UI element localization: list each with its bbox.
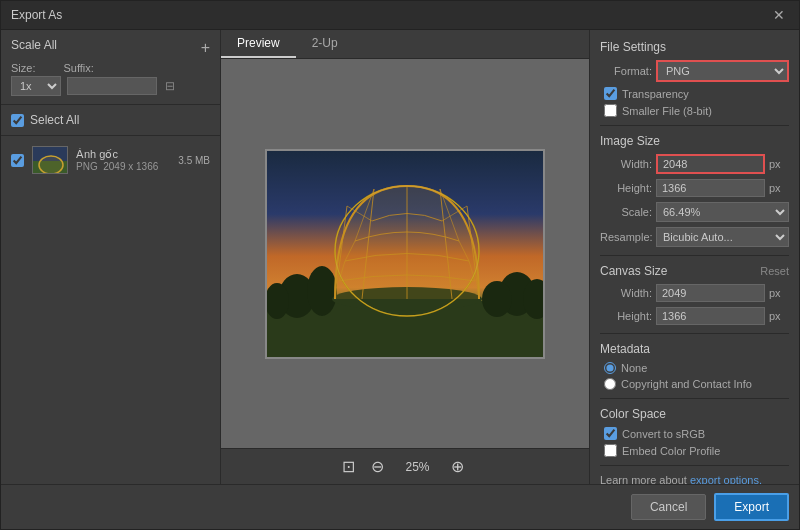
reset-button[interactable]: Reset [760, 265, 789, 277]
height-input[interactable] [656, 179, 765, 197]
scale-row: Scale: 66.49% 100% 50% [600, 202, 789, 222]
metadata-title: Metadata [600, 342, 789, 356]
select-all-label[interactable]: Select All [30, 113, 79, 127]
scale-select[interactable]: 66.49% 100% 50% [656, 202, 789, 222]
smaller-file-row: Smaller File (8-bit) [600, 104, 789, 117]
main-content: Scale All + Size: Suffix: 1x 2x 3x ⊟ [1, 30, 799, 484]
format-label: Format: [600, 65, 652, 77]
transparency-label[interactable]: Transparency [622, 88, 689, 100]
zoom-bar: ⊡ ⊖ 25% ⊕ [221, 448, 589, 484]
list-item[interactable]: Ảnh gốc PNG 2049 x 1366 3.5 MB [1, 140, 220, 180]
scale-section: Scale All + Size: Suffix: 1x 2x 3x ⊟ [1, 30, 220, 105]
transparency-checkbox[interactable] [604, 87, 617, 100]
convert-srgb-row: Convert to sRGB [600, 427, 789, 440]
suffix-icon: ⊟ [165, 79, 175, 93]
height-unit: px [769, 182, 789, 194]
transparency-row: Transparency [600, 87, 789, 100]
tabs-bar: Preview 2-Up [221, 30, 589, 59]
height-label: Height: [600, 182, 652, 194]
canvas-height-row: Height: px [600, 307, 789, 325]
left-panel: Scale All + Size: Suffix: 1x 2x 3x ⊟ [1, 30, 221, 484]
file-meta: PNG 2049 x 1366 [76, 161, 170, 172]
select-all-section: Select All [1, 105, 220, 136]
canvas-size-title: Canvas Size [600, 264, 667, 278]
fit-button[interactable]: ⊡ [342, 457, 355, 476]
embed-profile-label[interactable]: Embed Color Profile [622, 445, 720, 457]
export-as-dialog: Export As ✕ Scale All + Size: Suffix: 1x [0, 0, 800, 530]
file-settings-title: File Settings [600, 40, 789, 54]
zoom-percent: 25% [400, 460, 435, 474]
preview-area [221, 59, 589, 448]
zoom-out-button[interactable]: ⊖ [367, 455, 388, 478]
smaller-file-label[interactable]: Smaller File (8-bit) [622, 105, 712, 117]
canvas-width-unit: px [769, 287, 789, 299]
export-button[interactable]: Export [714, 493, 789, 521]
canvas-height-unit: px [769, 310, 789, 322]
tab-preview[interactable]: Preview [221, 30, 296, 58]
canvas-width-label: Width: [600, 287, 652, 299]
scale-label: Scale: [600, 206, 652, 218]
dialog-title: Export As [11, 8, 62, 22]
tab-2up[interactable]: 2-Up [296, 30, 354, 58]
height-row: Height: px [600, 179, 789, 197]
meta-none-label[interactable]: None [621, 362, 647, 374]
canvas-height-label: Height: [600, 310, 652, 322]
footer-buttons: Cancel Export [1, 484, 799, 529]
embed-profile-row: Embed Color Profile [600, 444, 789, 457]
zoom-in-button[interactable]: ⊕ [447, 455, 468, 478]
size-label: Size: [11, 62, 35, 74]
export-options-link[interactable]: export options. [690, 474, 762, 484]
cancel-button[interactable]: Cancel [631, 494, 706, 520]
file-thumbnail [32, 146, 68, 174]
svg-point-7 [307, 266, 337, 316]
format-select[interactable]: PNG JPEG GIF SVG WebP [656, 60, 789, 82]
meta-none-row: None [600, 362, 789, 374]
canvas-width-row: Width: px [600, 284, 789, 302]
convert-srgb-checkbox[interactable] [604, 427, 617, 440]
convert-srgb-label[interactable]: Convert to sRGB [622, 428, 705, 440]
width-unit: px [769, 158, 789, 170]
width-input[interactable] [656, 154, 765, 174]
right-panel: File Settings Format: PNG JPEG GIF SVG W… [589, 30, 799, 484]
canvas-width-input[interactable] [656, 284, 765, 302]
smaller-file-checkbox[interactable] [604, 104, 617, 117]
close-button[interactable]: ✕ [769, 7, 789, 23]
format-row: Format: PNG JPEG GIF SVG WebP [600, 60, 789, 82]
file-size: 3.5 MB [178, 155, 210, 166]
svg-point-11 [482, 281, 512, 317]
resample-row: Resample: Bicubic Auto... Bicubic Biline… [600, 227, 789, 247]
embed-profile-checkbox[interactable] [604, 444, 617, 457]
meta-copyright-label[interactable]: Copyright and Contact Info [621, 378, 752, 390]
resample-select[interactable]: Bicubic Auto... Bicubic Bilinear Nearest… [656, 227, 789, 247]
preview-image [265, 149, 545, 359]
scale-title: Scale All [11, 38, 57, 52]
color-space-title: Color Space [600, 407, 789, 421]
size-select[interactable]: 1x 2x 3x [11, 76, 61, 96]
title-bar: Export As ✕ [1, 1, 799, 30]
learn-more-row: Learn more about export options. [600, 474, 789, 484]
select-all-checkbox[interactable] [11, 114, 24, 127]
meta-copyright-row: Copyright and Contact Info [600, 378, 789, 390]
resample-label: Resample: [600, 231, 652, 243]
svg-point-3 [39, 156, 63, 174]
meta-none-radio[interactable] [604, 362, 616, 374]
add-scale-button[interactable]: + [201, 39, 210, 57]
width-label: Width: [600, 158, 652, 170]
learn-more-text: Learn more about [600, 474, 690, 484]
file-info: Ảnh gốc PNG 2049 x 1366 [76, 148, 170, 172]
width-row: Width: px [600, 154, 789, 174]
canvas-height-input[interactable] [656, 307, 765, 325]
file-name: Ảnh gốc [76, 148, 170, 161]
suffix-label: Suffix: [63, 62, 93, 74]
file-list: Ảnh gốc PNG 2049 x 1366 3.5 MB [1, 136, 220, 484]
scale-inputs-row: 1x 2x 3x ⊟ [11, 76, 210, 96]
meta-copyright-radio[interactable] [604, 378, 616, 390]
suffix-input[interactable] [67, 77, 157, 95]
image-size-title: Image Size [600, 134, 789, 148]
middle-panel: Preview 2-Up [221, 30, 589, 484]
file-checkbox[interactable] [11, 154, 24, 167]
